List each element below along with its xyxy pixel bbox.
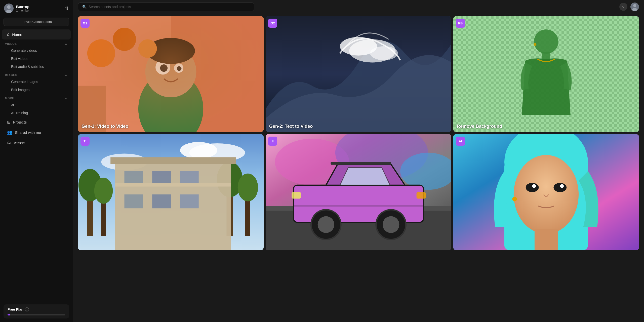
section-label-more: MORE (5, 97, 14, 100)
sidebar-item-edit-images[interactable]: Edit images (2, 86, 71, 94)
sidebar-bottom: Free Plan ℹ (0, 301, 73, 322)
svg-point-33 (94, 178, 113, 204)
sidebar-item-assets[interactable]: 🗂 Assets (2, 138, 71, 148)
card-ii-bg (266, 134, 451, 250)
svg-point-16 (113, 28, 136, 51)
svg-point-17 (138, 39, 157, 58)
svg-point-11 (160, 64, 168, 72)
svg-point-23 (534, 29, 558, 54)
topbar-right: ? (619, 3, 639, 11)
sidebar-user: Виктор 1 member (4, 4, 30, 13)
sidebar-header: Виктор 1 member ⇅ (0, 0, 73, 17)
svg-point-66 (514, 155, 579, 234)
card-badge-g1: G1 (80, 19, 90, 28)
help-icon: ? (622, 5, 624, 9)
card-gen2[interactable]: G2 Gen-2: Text to Video (266, 16, 451, 132)
user-name: Виктор (16, 5, 30, 9)
section-header-images: IMAGES ▲ (0, 71, 73, 78)
sidebar-item-ai-training[interactable]: AI Training (2, 109, 71, 117)
content-grid: G1 Gen-1: Video to Video (73, 14, 644, 322)
workspace-toggle-button[interactable]: ⇅ (65, 6, 69, 11)
svg-rect-43 (152, 194, 171, 208)
free-plan-box: Free Plan ℹ (4, 304, 69, 318)
svg-point-9 (145, 46, 196, 97)
svg-point-37 (238, 174, 258, 202)
svg-point-4 (633, 4, 636, 7)
help-button[interactable]: ? (619, 3, 627, 11)
svg-rect-47 (110, 157, 236, 165)
svg-point-24 (534, 43, 536, 46)
svg-rect-61 (331, 162, 391, 165)
search-box[interactable]: 🔍 (78, 3, 254, 11)
svg-point-8 (138, 72, 203, 132)
section-header-more: MORE ▲ (0, 94, 73, 101)
search-input[interactable] (89, 5, 250, 9)
sidebar-scroll: ⌂ Home VIDEOS ▲ Generate videos Edit vid… (0, 29, 73, 301)
svg-rect-60 (417, 192, 426, 199)
sidebar: Виктор 1 member ⇅ + Invite Collaborators… (0, 0, 73, 322)
sidebar-item-projects[interactable]: ⊞ Projects (2, 117, 71, 127)
svg-point-10 (155, 60, 170, 74)
sidebar-item-edit-videos[interactable]: Edit videos (2, 55, 71, 63)
svg-point-13 (177, 66, 181, 71)
svg-rect-6 (78, 16, 264, 132)
free-plan-label: Free Plan (8, 307, 23, 311)
cards-grid: G1 Gen-1: Video to Video (78, 16, 639, 250)
svg-point-70 (560, 184, 564, 188)
card-gen1-bg (78, 16, 264, 132)
section-label-videos: VIDEOS (5, 42, 17, 45)
card-badge-g2: G2 (268, 19, 277, 28)
svg-rect-42 (125, 194, 143, 208)
card-badge-ii: II (268, 137, 277, 146)
home-label: Home (12, 32, 22, 37)
svg-point-67 (526, 183, 539, 192)
sidebar-item-edit-audio[interactable]: Edit audio & subtitles (2, 63, 71, 71)
invite-collaborators-button[interactable]: + Invite Collaborators (4, 18, 69, 26)
chevron-videos[interactable]: ▲ (64, 42, 68, 46)
svg-rect-7 (78, 16, 171, 132)
assets-icon: 🗂 (7, 140, 11, 145)
svg-point-58 (383, 216, 399, 233)
svg-rect-46 (115, 183, 231, 187)
card-gen1[interactable]: G1 Gen-1: Video to Video (78, 16, 264, 132)
svg-point-12 (174, 63, 183, 73)
svg-point-15 (87, 39, 115, 67)
info-icon[interactable]: ℹ (25, 307, 29, 311)
avatar (4, 4, 14, 13)
user-info: Виктор 1 member (16, 5, 30, 12)
svg-point-69 (532, 184, 536, 188)
svg-point-56 (318, 216, 334, 233)
user-avatar-top[interactable] (630, 3, 639, 11)
progress-bar-fill (8, 314, 10, 315)
section-label-images: IMAGES (5, 73, 17, 76)
card-gen2-bg (266, 16, 451, 132)
sidebar-item-generate-videos[interactable]: Generate videos (2, 47, 71, 55)
svg-rect-72 (535, 229, 558, 250)
sidebar-item-home[interactable]: ⌂ Home (2, 29, 71, 39)
card-label-gen2: Gen-2: Text to Video (269, 124, 313, 129)
shared-icon: 👥 (7, 130, 12, 135)
projects-label: Projects (13, 120, 27, 124)
chevron-images[interactable]: ▲ (64, 73, 68, 77)
search-icon: 🔍 (82, 5, 87, 9)
svg-point-22 (370, 46, 398, 60)
shared-label: Shared with me (15, 130, 41, 135)
card-ti[interactable]: TI (78, 134, 264, 250)
chevron-more[interactable]: ▲ (64, 96, 68, 100)
section-header-videos: VIDEOS ▲ (0, 39, 73, 47)
sidebar-item-shared[interactable]: 👥 Shared with me (2, 127, 71, 138)
svg-point-14 (147, 38, 195, 64)
card-ti-bg (78, 134, 264, 250)
progress-bar-background (8, 314, 65, 315)
svg-point-1 (7, 5, 11, 9)
svg-point-71 (512, 197, 517, 201)
sidebar-item-3d[interactable]: 3D (2, 101, 71, 109)
free-plan-title: Free Plan ℹ (8, 307, 65, 311)
home-icon: ⌂ (7, 32, 10, 37)
svg-rect-44 (180, 194, 199, 208)
card-ii[interactable]: II (266, 134, 451, 250)
card-label-rb: Remove Background (457, 124, 502, 129)
card-ai[interactable]: AI (453, 134, 639, 250)
card-rb[interactable]: RB Remove Background (453, 16, 639, 132)
sidebar-item-generate-images[interactable]: Generate images (2, 78, 71, 86)
